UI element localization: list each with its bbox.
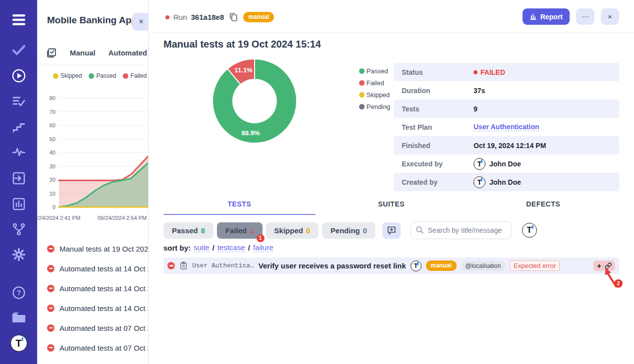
svg-text:50: 50 bbox=[50, 136, 55, 142]
avatar: T bbox=[411, 260, 422, 271]
comment-filter-button[interactable] bbox=[382, 222, 401, 239]
search-input[interactable] bbox=[411, 221, 512, 239]
svg-text:80: 80 bbox=[50, 95, 55, 101]
annotation-step-badge: 2 bbox=[614, 279, 623, 288]
detail-row-finished: Finished Oct 19, 2024 12:14 PM bbox=[394, 136, 619, 155]
failed-dot bbox=[474, 70, 477, 74]
filter-passed-button[interactable]: Passed8 bbox=[163, 222, 213, 239]
svg-text:70: 70 bbox=[50, 109, 55, 115]
run-list-item[interactable]: Automated tests at 14 Oct 2024 bbox=[37, 259, 148, 278]
runs-list: Manual tests at 19 Oct 2024 Automated te… bbox=[37, 239, 148, 358]
run-list-item[interactable]: Automated tests at 07 Oct 2024 bbox=[37, 318, 148, 338]
passed-dot bbox=[89, 73, 94, 79]
play-circle-icon[interactable] bbox=[12, 69, 26, 83]
skipped-dot bbox=[359, 92, 365, 98]
testomat-logo[interactable]: T bbox=[10, 335, 27, 352]
test-tag[interactable]: @localisation bbox=[461, 261, 506, 271]
project-tabs: Manual Automated bbox=[37, 48, 148, 64]
sign-in-icon[interactable] bbox=[12, 171, 26, 185]
run-list-item[interactable]: Manual tests at 19 Oct 2024 bbox=[37, 239, 148, 259]
failed-count-badge: 1 bbox=[257, 234, 264, 242]
menu-icon[interactable] bbox=[11, 13, 26, 26]
tab-tests[interactable]: TESTS bbox=[163, 200, 316, 215]
run-list-item[interactable]: Automated tests at 14 Oct 2024 bbox=[37, 278, 148, 298]
test-row[interactable]: User Authentica… Verify user receives a … bbox=[163, 258, 619, 274]
svg-text:10: 10 bbox=[50, 191, 55, 197]
user-avatar[interactable]: T bbox=[522, 223, 537, 238]
project-panel: Mobile Banking App × Manual Automated Sk… bbox=[37, 0, 149, 364]
failed-status-icon bbox=[47, 265, 54, 272]
check-icon[interactable] bbox=[12, 44, 26, 56]
filter-pending-button[interactable]: Pending0 bbox=[322, 222, 375, 239]
svg-text:?: ? bbox=[16, 289, 21, 297]
run-details-table: Status FAILED Duration 37s Tests 9 Test … bbox=[394, 63, 619, 191]
git-branch-icon[interactable] bbox=[12, 222, 26, 236]
sort-failure-link[interactable]: failure bbox=[253, 243, 273, 252]
tab-automated[interactable]: Automated bbox=[108, 49, 147, 57]
test-type-badge: manual bbox=[426, 260, 457, 271]
run-detail: Run 361a18e8 manual Report ⋯ × Manual te… bbox=[149, 0, 634, 364]
activity-icon[interactable] bbox=[12, 146, 26, 158]
filter-skipped-button[interactable]: Skipped0 bbox=[266, 222, 319, 239]
copy-icon[interactable] bbox=[228, 12, 239, 22]
panel-close-button[interactable]: × bbox=[132, 13, 149, 31]
report-chart-icon bbox=[529, 13, 537, 20]
bar-chart-icon[interactable] bbox=[12, 197, 26, 211]
detail-row-tests: Tests 9 bbox=[394, 100, 619, 118]
more-button[interactable]: ⋯ bbox=[576, 8, 594, 25]
sort-suite-link[interactable]: suite bbox=[194, 243, 210, 252]
folder-icon[interactable] bbox=[11, 311, 26, 324]
clipboard-icon bbox=[179, 261, 188, 270]
status-badge: FAILED bbox=[474, 68, 505, 76]
legend-failed[interactable]: Failed bbox=[359, 79, 390, 87]
section-tabs: TESTS SUITES DEFECTS bbox=[163, 200, 619, 215]
svg-text:40: 40 bbox=[50, 150, 55, 156]
svg-text:60: 60 bbox=[50, 122, 55, 128]
test-plan-link[interactable]: User Authentication bbox=[474, 123, 539, 131]
suite-name[interactable]: User Authentica… bbox=[192, 262, 254, 269]
filter-row: Passed8 Failed1 1 Skipped0 Pending0 T bbox=[163, 221, 537, 239]
legend-pending[interactable]: Pending bbox=[359, 103, 390, 110]
help-circle-icon[interactable]: ? bbox=[12, 286, 26, 300]
svg-text:20: 20 bbox=[50, 177, 55, 183]
message-plus-icon bbox=[387, 226, 396, 235]
legend-skipped[interactable]: Skipped bbox=[359, 91, 390, 99]
failed-dot bbox=[123, 73, 128, 79]
steps-icon[interactable] bbox=[12, 120, 26, 133]
trend-legend: Skipped Passed Failed bbox=[53, 72, 147, 79]
svg-text:11.1%: 11.1% bbox=[235, 66, 253, 74]
run-label: Run bbox=[173, 13, 187, 21]
tab-defects[interactable]: DEFECTS bbox=[467, 200, 619, 215]
gear-icon[interactable] bbox=[12, 248, 26, 261]
legend-passed: Passed bbox=[89, 72, 116, 79]
test-title[interactable]: Verify user receives a password reset li… bbox=[259, 261, 406, 270]
sort-testcase-link[interactable]: testcase bbox=[217, 243, 245, 252]
run-title: Manual tests at 19 Oct 2024 15:14 bbox=[163, 39, 321, 50]
detail-row-status: Status FAILED bbox=[394, 63, 619, 81]
legend-passed[interactable]: Passed bbox=[359, 67, 390, 75]
report-button[interactable]: Report bbox=[523, 8, 570, 25]
tab-suites[interactable]: SUITES bbox=[316, 200, 468, 215]
donut-legend: Passed Failed Skipped Pending bbox=[359, 67, 390, 110]
run-list-item[interactable]: Automated tests at 14 Oct 2024 bbox=[37, 298, 148, 318]
search-icon bbox=[416, 226, 424, 236]
expected-error-badge[interactable]: Expected error bbox=[510, 260, 560, 271]
detail-row-executed-by: Executed by TJohn Doe bbox=[394, 155, 619, 173]
failed-status-icon bbox=[47, 344, 54, 352]
run-list-item[interactable]: Automated tests at 07 Oct 2024 bbox=[37, 338, 148, 358]
trend-x-axis: 09/24/2024 2:41 PM 09/24/2024 2:54 PM bbox=[37, 215, 149, 223]
pending-dot bbox=[359, 104, 365, 109]
header-actions: Report ⋯ × bbox=[523, 8, 619, 25]
failed-status-icon bbox=[47, 305, 54, 312]
runs-select-icon[interactable] bbox=[46, 48, 57, 58]
close-run-button[interactable]: × bbox=[601, 8, 619, 25]
tab-manual[interactable]: Manual bbox=[70, 49, 96, 57]
detail-row-created-by: Created by TJohn Doe bbox=[394, 173, 619, 191]
filter-failed-button[interactable]: Failed1 1 bbox=[217, 222, 263, 239]
run-id: 361a18e8 bbox=[191, 13, 224, 21]
x-label-1: 09/24/2024 2:41 PM bbox=[37, 215, 80, 221]
run-meta: Run 361a18e8 manual bbox=[165, 12, 274, 22]
detail-row-test-plan: Test Plan User Authentication bbox=[394, 118, 619, 136]
list-checks-icon[interactable] bbox=[12, 95, 26, 108]
results-donut-chart: 88.9%11.1% bbox=[205, 52, 304, 151]
